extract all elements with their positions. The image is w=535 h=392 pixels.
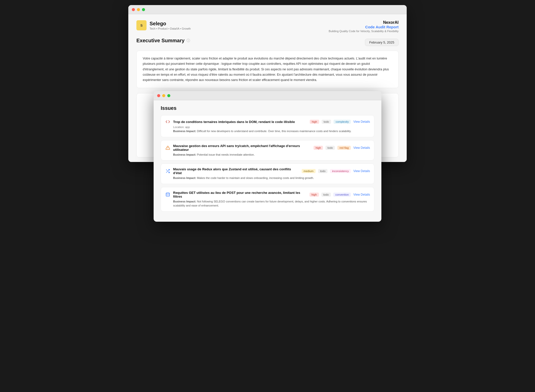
tag-todo-2: todo [325,146,335,150]
issue-location-1: Location: app [173,126,370,129]
close-button-front[interactable] [157,94,160,97]
issues-title: Issues [161,105,374,111]
tag-high-2: high [314,146,323,150]
view-details-4[interactable]: View Details [353,193,370,196]
tag-todo-3: todo [318,169,327,173]
report-company: NexorAI [329,20,399,25]
shuffle-icon [165,168,171,174]
minimize-button-front[interactable] [162,94,165,97]
view-details-3[interactable]: View Details [353,169,370,173]
tag-medium-3: medium [302,169,316,173]
titlebar-front [154,91,381,100]
view-details-2[interactable]: View Details [353,146,370,150]
tag-convention-4: convention [333,193,351,197]
tag-inconsistency-3: inconsistency [330,169,351,173]
summary-box: Votre capacité à itérer rapidement, scal… [136,51,399,88]
brand-sub: Tech • Product • Data/IA • Growth [150,27,191,30]
maximize-button-front[interactable] [167,94,170,97]
database-icon [165,192,171,197]
date-badge: February 5, 2025 [365,39,399,46]
issue-item: Requêtes GET utilisées au lieu de POST p… [161,187,374,212]
brand-name: Selego [150,21,191,27]
issue-title-1: Trop de conditions ternaires imbriquées … [173,120,307,124]
minimize-button[interactable] [137,8,140,11]
code-icon [165,119,171,125]
maximize-button[interactable] [142,8,145,11]
svg-line-17 [166,170,167,171]
issue-impact-1: Business Impact: Difficult for new devel… [173,129,370,133]
svg-point-18 [166,193,170,194]
issue-item: Mauvaise gestion des erreurs API sans tr… [161,140,374,161]
issue-item: Mauvais usage de Redux alors que Zustand… [161,163,374,184]
report-info: NexorAI Code Audit Report Building Quali… [329,20,399,33]
report-subtitle: Building Quality Code for Velocity, Scal… [329,30,399,33]
issue-impact-3: Business Impact: Makes the code harder t… [173,176,370,180]
logo-box: S [136,20,147,30]
tag-high-4: high [310,193,319,197]
info-icon: ⓘ [187,38,190,43]
tag-complexity-1: complexity [334,120,351,124]
issue-item: Trop de conditions ternaires imbriquées … [161,115,374,137]
section-title: Executive Summary [136,38,184,44]
view-details-1[interactable]: View Details [353,120,370,123]
close-button[interactable] [132,8,135,11]
tag-todo-1: todo [322,120,331,124]
report-title: Code Audit Report [329,25,399,29]
warning-icon [165,145,171,151]
issue-impact-2: Business Impact: Potential issue that ne… [173,153,370,157]
issue-title-4: Requêtes GET utilisées au lieu de POST p… [173,191,307,198]
tag-redflag-2: red flag [337,146,351,150]
issue-impact-4: Business Impact: Not following SELEGO co… [173,199,370,208]
issue-title-3: Mauvais usage de Redux alors que Zustand… [173,167,299,175]
brand-logo: S Selego Tech • Product • Data/IA • Grow… [136,20,191,30]
section-header: Executive Summary ⓘ [136,38,190,44]
issue-title-2: Mauvaise gestion des erreurs API sans tr… [173,144,311,152]
tag-high-1: high [310,120,319,124]
tag-todo-4: todo [321,193,331,197]
titlebar-back [128,5,407,14]
